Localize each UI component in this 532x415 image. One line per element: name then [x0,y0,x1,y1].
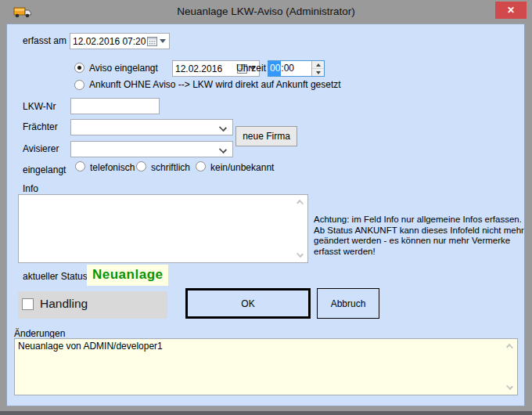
chevron-down-icon [219,146,227,153]
window-title: Neuanlage LKW-Aviso (Administrator) [0,5,532,17]
info-warning-text: Achtung: im Feld Info nur allgemeine Inf… [314,215,528,257]
chevron-down-icon [160,39,166,43]
close-button[interactable]: ✕ [495,2,527,19]
uhrzeit-label: Uhrzeit [236,63,266,74]
radio-selected-dot [77,66,81,70]
erfasst-am-datetime-picker[interactable]: 12.02.2016 07:20 [70,33,170,49]
aktueller-status-label: aktueller Status [23,271,88,282]
ok-button[interactable]: OK [185,288,311,319]
eingelangt-telefonisch-radio[interactable] [75,161,85,171]
time-hours-selected[interactable]: 00 [268,61,281,76]
aviso-eingelangt-label: Aviso eingelangt [89,63,158,74]
aviso-date-value: 12.02.2016 [175,63,237,74]
triangle-down-icon [316,71,321,74]
lkw-nr-input[interactable] [70,98,160,114]
time-spinner [311,61,324,76]
aenderungen-label: Änderungen [14,328,65,339]
spinner-up-button[interactable] [312,61,324,68]
handling-checkbox[interactable] [22,298,34,310]
fraechter-label: Frächter [23,121,58,132]
handling-label: Handling [40,297,88,311]
eingelangt-kein-unbekannt-radio[interactable] [196,161,206,171]
ankunft-ohne-aviso-label: Ankunft OHNE Aviso --> LKW wird direkt a… [89,79,341,90]
dialog-content: erfasst am 12.02.2016 07:20 Aviso eingel… [6,23,525,406]
uhrzeit-time-input[interactable]: 00 :00 [268,60,325,77]
dialog-window: Neuanlage LKW-Aviso (Administrator) ✕ er… [0,0,532,415]
erfasst-am-label: erfasst am [23,35,66,46]
chevron-down-icon [219,124,227,132]
eingelangt-schriftlich-radio[interactable] [136,161,146,171]
aenderungen-textarea[interactable]: Neuanlage von ADMIN/developer1 [14,338,518,395]
aenderungen-value: Neuanlage von ADMIN/developer1 [18,341,163,352]
handling-panel: Handling [18,291,167,319]
info-textarea[interactable] [18,194,308,263]
titlebar[interactable]: Neuanlage LKW-Aviso (Administrator) ✕ [0,0,532,23]
ankunft-ohne-aviso-radio[interactable] [74,80,84,90]
aviso-eingelangt-radio[interactable] [74,63,84,73]
window-bottom-edge [0,411,532,415]
scroll-up-icon[interactable] [506,344,513,351]
fraechter-combobox[interactable] [70,119,233,135]
info-label: Info [23,183,38,194]
scroll-down-icon[interactable] [297,251,304,258]
calendar-icon [147,37,157,46]
abbruch-button[interactable]: Abbruch [317,288,379,319]
neue-firma-button[interactable]: neue Firma [235,126,297,146]
status-badge: Neuanlage [87,265,168,286]
avisierer-combobox[interactable] [70,141,233,157]
avisierer-label: Avisierer [23,143,59,154]
eingelangt-schriftlich-label: schriftlich [151,162,190,173]
scroll-down-icon[interactable] [506,383,513,390]
scroll-up-icon[interactable] [297,200,304,207]
eingelangt-kein-unbekannt-label: kein/unbekannt [210,162,274,173]
triangle-up-icon [316,63,321,67]
erfasst-am-value: 12.02.2016 07:20 [73,36,147,47]
spinner-down-button[interactable] [312,68,324,76]
lkw-nr-label: LKW-Nr [23,101,56,112]
time-minutes[interactable]: :00 [281,61,311,76]
eingelangt-telefonisch-label: telefonisch [90,162,135,173]
eingelangt-label: eingelangt [23,164,66,175]
